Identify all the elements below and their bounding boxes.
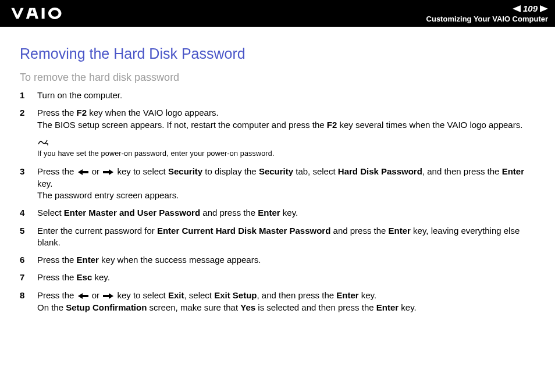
svg-marker-5 [78, 293, 88, 299]
right-arrow-icon [103, 166, 113, 178]
left-arrow-icon [78, 290, 88, 302]
step-8: Press the or key to select Exit, select … [20, 290, 535, 313]
svg-marker-3 [78, 169, 88, 175]
left-arrow-icon [78, 166, 88, 178]
step-6: Press the Enter key when the success mes… [20, 254, 535, 266]
svg-marker-2 [540, 5, 548, 12]
step-2: Press the F2 key when the VAIO logo appe… [20, 107, 535, 131]
step-5: Enter the current password for Enter Cur… [20, 225, 535, 249]
note-block: If you have set the power-on password, e… [37, 138, 535, 158]
step-1: Turn on the computer. [20, 90, 535, 101]
content: Removing the Hard Disk Password To remov… [0, 27, 555, 313]
step-7: Press the Esc key. [20, 272, 535, 283]
page-nav: 109 [513, 3, 548, 13]
section-subtitle: To remove the hard disk password [20, 72, 535, 84]
next-page-arrow-icon[interactable] [540, 5, 548, 12]
prev-page-arrow-icon[interactable] [513, 5, 521, 12]
svg-marker-4 [103, 169, 113, 175]
step-3: Press the or key to select Security to d… [20, 166, 535, 202]
note-icon [37, 138, 49, 148]
svg-rect-0 [42, 8, 45, 19]
right-arrow-icon [103, 290, 113, 302]
svg-marker-1 [513, 5, 521, 12]
steps-list: Turn on the computer. Press the F2 key w… [20, 90, 535, 131]
page-title: Removing the Hard Disk Password [20, 45, 535, 62]
svg-marker-6 [103, 293, 113, 299]
steps-list-cont: Press the or key to select Security to d… [20, 166, 535, 313]
page-number: 109 [523, 3, 538, 13]
note-text: If you have set the power-on password, e… [37, 149, 535, 158]
breadcrumb: Customizing Your VAIO Computer [426, 15, 548, 23]
step-1-text: Turn on the computer. [37, 90, 122, 100]
header-right: 109 Customizing Your VAIO Computer [426, 3, 548, 23]
page-header: 109 Customizing Your VAIO Computer [0, 0, 555, 27]
step-4: Select Enter Master and User Password an… [20, 207, 535, 219]
vaio-logo [10, 5, 80, 22]
